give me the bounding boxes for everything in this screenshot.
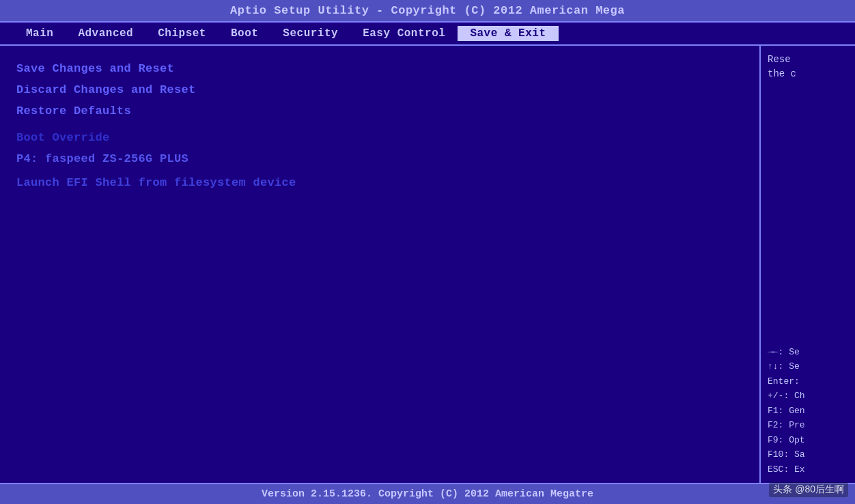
nav-main[interactable]: Main <box>14 26 66 41</box>
efi-shell-item[interactable]: Launch EFI Shell from filesystem device <box>16 172 743 193</box>
help-key-6: F9: Opt <box>768 434 848 447</box>
help-description: Rese the c <box>768 53 848 81</box>
discard-changes-reset-item[interactable]: Discard Changes and Reset <box>16 79 743 100</box>
help-line2: the c <box>768 68 796 79</box>
left-panel: Save Changes and Reset Discard Changes a… <box>0 46 759 483</box>
main-area: Save Changes and Reset Discard Changes a… <box>0 46 855 483</box>
watermark: 头条 @80后生啊 <box>769 482 848 497</box>
nav-bar: Main Advanced Chipset Boot Security Easy… <box>0 23 855 46</box>
bios-screen: Aptio Setup Utility - Copyright (C) 2012… <box>0 0 855 504</box>
boot-override-header: Boot Override <box>16 127 743 148</box>
bottom-bar: Version 2.15.1236. Copyright (C) 2012 Am… <box>0 483 855 504</box>
help-key-7: F10: Sa <box>768 448 848 462</box>
save-changes-reset-item[interactable]: Save Changes and Reset <box>16 58 743 79</box>
help-key-2: Enter: <box>768 375 848 389</box>
nav-security[interactable]: Security <box>270 26 350 41</box>
help-key-4: F1: Gen <box>768 404 848 418</box>
help-key-3: +/-: Ch <box>768 389 848 403</box>
help-key-1: ↑↓: Se <box>768 360 848 374</box>
nav-advanced[interactable]: Advanced <box>66 26 145 41</box>
nav-chipset[interactable]: Chipset <box>145 26 219 41</box>
right-panel: Rese the c →←: Se ↑↓: Se Enter: +/-: Ch … <box>759 46 855 483</box>
title-text: Aptio Setup Utility - Copyright (C) 2012… <box>230 4 625 17</box>
help-key-0: →←: Se <box>768 346 848 359</box>
help-key-5: F2: Pre <box>768 419 848 432</box>
help-line1: Rese <box>768 54 791 65</box>
help-keys: →←: Se ↑↓: Se Enter: +/-: Ch F1: Gen F2:… <box>768 346 848 477</box>
nav-boot[interactable]: Boot <box>219 26 270 41</box>
nav-save-exit[interactable]: Save & Exit <box>458 26 558 41</box>
help-key-8: ESC: Ex <box>768 463 848 477</box>
restore-defaults-item[interactable]: Restore Defaults <box>16 100 743 122</box>
title-bar: Aptio Setup Utility - Copyright (C) 2012… <box>0 0 855 23</box>
nav-easy-control[interactable]: Easy Control <box>350 26 458 41</box>
boot-device-item[interactable]: P4: faspeed ZS-256G PLUS <box>16 148 743 169</box>
bottom-text: Version 2.15.1236. Copyright (C) 2012 Am… <box>262 488 593 500</box>
